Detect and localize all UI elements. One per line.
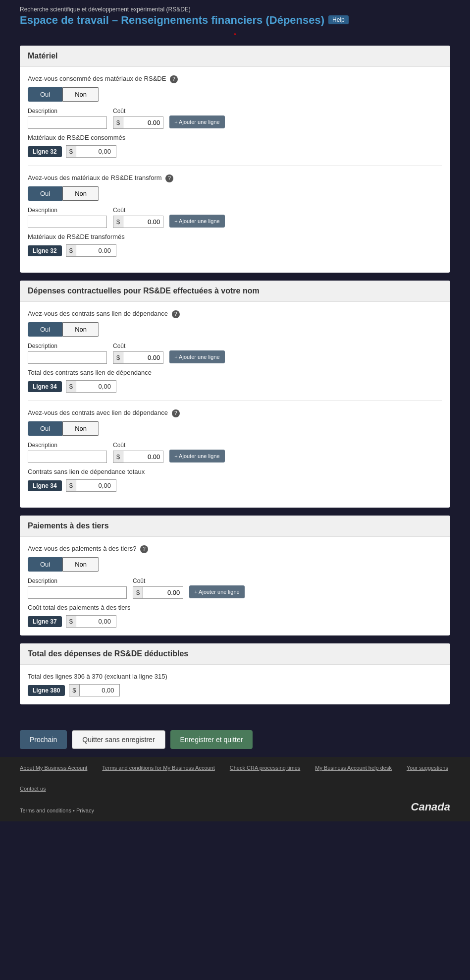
footer-legal: Terms and conditions • Privacy xyxy=(20,807,94,813)
consommes-total-label: Matériaux de RS&DE consommés xyxy=(28,134,442,141)
avec-lien-cout-input[interactable] xyxy=(123,451,163,462)
consommes-line-badge: Ligne 32 xyxy=(28,146,62,157)
paiements-add-line-btn[interactable]: + Ajouter une ligne xyxy=(189,585,244,598)
transformes-oui-btn[interactable]: Oui xyxy=(28,186,62,201)
paiements-question: Avez-vous des paiements à des tiers? ? xyxy=(28,545,442,553)
transformes-help-icon[interactable]: ? xyxy=(165,174,173,182)
transformes-add-line-btn[interactable]: + Ajouter une ligne xyxy=(169,215,224,228)
header: Recherche scientifique et développement … xyxy=(0,0,470,30)
footer-link-helpdesk[interactable]: My Business Account help desk xyxy=(315,765,392,771)
paiements-section: Paiements à des tiers Avez-vous des paie… xyxy=(20,516,450,635)
consommes-add-line-btn[interactable]: + Ajouter une ligne xyxy=(169,115,224,128)
sans-lien-line-badge: Ligne 34 xyxy=(28,381,62,392)
avec-lien-form-row: Description Coût $ + Ajouter une ligne xyxy=(28,442,442,463)
avec-lien-toggle-group: Oui Non xyxy=(28,421,442,436)
paiements-cout-input[interactable] xyxy=(143,587,183,598)
avec-lien-subsection: Avez-vous des contrats avec lien de dépe… xyxy=(28,409,442,492)
sans-lien-help-icon[interactable]: ? xyxy=(172,310,180,318)
transformes-toggle-group: Oui Non xyxy=(28,186,442,201)
transformes-cout-input[interactable] xyxy=(123,216,163,228)
avec-lien-line-total: Ligne 34 $ 0,00 xyxy=(28,479,442,492)
sans-lien-subsection: Avez-vous des contrats sans lien de dépe… xyxy=(28,310,442,393)
quitter-button[interactable]: Quitter sans enregistrer xyxy=(72,730,165,749)
sans-lien-toggle-group: Oui Non xyxy=(28,322,442,337)
contractuelles-section: Dépenses contractuelles pour RS&DE effec… xyxy=(20,281,450,508)
help-button[interactable]: Help xyxy=(328,15,349,24)
paiements-section-body: Avez-vous des paiements à des tiers? ? O… xyxy=(20,537,450,635)
paiements-line-total: Ligne 37 $ 0,00 xyxy=(28,615,442,628)
paiements-dollar-sign: $ xyxy=(133,587,143,598)
paiements-desc-input[interactable] xyxy=(28,586,127,599)
transformes-desc-group: Description xyxy=(28,207,107,228)
paiements-oui-btn[interactable]: Oui xyxy=(28,557,62,572)
consommes-desc-group: Description xyxy=(28,108,107,129)
footer-link-about[interactable]: About My Business Account xyxy=(20,765,87,771)
contractuelles-divider xyxy=(28,401,442,401)
footer-link-suggestions[interactable]: Your suggestions xyxy=(407,765,448,771)
paiements-help-icon[interactable]: ? xyxy=(140,545,148,553)
consommes-desc-input[interactable] xyxy=(28,116,107,129)
materiel-section: Matériel Avez-vous consommé des matériau… xyxy=(20,46,450,273)
transformes-form-row: Description Coût $ + Ajouter une ligne xyxy=(28,207,442,228)
sans-lien-desc-group: Description xyxy=(28,343,107,364)
paiements-total-value: 0,00 xyxy=(76,616,116,627)
required-note: * xyxy=(0,30,470,41)
consommes-total-input-group: $ 0,00 xyxy=(66,145,116,158)
transformes-cout-label: Coût xyxy=(113,207,163,214)
paiements-toggle-group: Oui Non xyxy=(28,557,442,572)
materiel-transformes-subsection: Avez-vous des matériaux de RS&DE transfo… xyxy=(28,174,442,257)
transformes-desc-label: Description xyxy=(28,207,107,214)
transformes-non-btn[interactable]: Non xyxy=(62,186,99,201)
footer-link-terms[interactable]: Terms and conditions for My Business Acc… xyxy=(102,765,214,771)
paiements-desc-label: Description xyxy=(28,577,127,584)
sans-lien-add-line-btn[interactable]: + Ajouter une ligne xyxy=(169,350,224,363)
avec-lien-cout-label: Coût xyxy=(113,442,163,449)
paiements-section-title: Paiements à des tiers xyxy=(20,516,450,537)
consommes-oui-btn[interactable]: Oui xyxy=(28,87,62,102)
avec-lien-question: Avez-vous des contrats avec lien de dépe… xyxy=(28,409,442,417)
sans-lien-total-label: Total des contrats sans lien de dépendan… xyxy=(28,369,442,376)
sans-lien-oui-btn[interactable]: Oui xyxy=(28,322,62,337)
paiements-total-input-group: $ 0,00 xyxy=(66,615,116,628)
total-value: 0,00 xyxy=(80,685,119,696)
consommes-cout-field: $ xyxy=(113,116,163,129)
avec-lien-desc-label: Description xyxy=(28,442,107,449)
avec-lien-oui-btn[interactable]: Oui xyxy=(28,421,62,436)
transformes-total-label: Matériaux de RS&DE transformés xyxy=(28,233,442,240)
avec-lien-desc-input[interactable] xyxy=(28,451,107,463)
consommes-cout-input[interactable] xyxy=(123,117,163,128)
consommes-toggle-group: Oui Non xyxy=(28,87,442,102)
transformes-desc-input[interactable] xyxy=(28,216,107,228)
transformes-line-badge: Ligne 32 xyxy=(28,245,62,256)
avec-lien-total-dollar: $ xyxy=(66,480,76,491)
sans-lien-cout-input[interactable] xyxy=(123,352,163,363)
sans-lien-non-btn[interactable]: Non xyxy=(62,322,99,337)
transformes-total-dollar: $ xyxy=(66,245,76,256)
total-section-label: Total des lignes 306 à 370 (excluant la … xyxy=(28,673,442,680)
footer-buttons: Prochain Quitter sans enregistrer Enregi… xyxy=(0,722,470,757)
paiements-cout-field: $ xyxy=(133,586,183,599)
consommes-help-icon[interactable]: ? xyxy=(170,75,178,83)
transformes-cout-group: Coût $ xyxy=(113,207,163,228)
avec-lien-cout-field: $ xyxy=(113,451,163,463)
materiel-consommes-subsection: Avez-vous consommé des matériaux de RS&D… xyxy=(28,75,442,158)
paiements-total-label: Coût total des paiements à des tiers xyxy=(28,604,442,611)
avec-lien-dollar-sign: $ xyxy=(113,451,123,462)
avec-lien-help-icon[interactable]: ? xyxy=(172,409,180,417)
sans-lien-total-input-group: $ 0,00 xyxy=(66,380,116,393)
total-section: Total des dépenses de RS&DE déductibles … xyxy=(20,643,450,704)
materiel-divider xyxy=(28,166,442,166)
footer-link-contact[interactable]: Contact us xyxy=(20,786,46,792)
sans-lien-desc-input[interactable] xyxy=(28,351,107,364)
transformes-total-input-group: $ 0.00 xyxy=(66,244,116,257)
enregistrer-button[interactable]: Enregistrer et quitter xyxy=(170,730,253,749)
footer-link-cra[interactable]: Check CRA processing times xyxy=(230,765,300,771)
avec-lien-add-line-btn[interactable]: + Ajouter une ligne xyxy=(169,450,224,462)
prochain-button[interactable]: Prochain xyxy=(20,730,67,749)
sans-lien-cout-field: $ xyxy=(113,351,163,364)
paiements-non-btn[interactable]: Non xyxy=(62,557,99,572)
total-input-group: $ 0,00 xyxy=(69,684,119,696)
consommes-cout-label: Coût xyxy=(113,108,163,115)
consommes-non-btn[interactable]: Non xyxy=(62,87,99,102)
avec-lien-non-btn[interactable]: Non xyxy=(62,421,99,436)
